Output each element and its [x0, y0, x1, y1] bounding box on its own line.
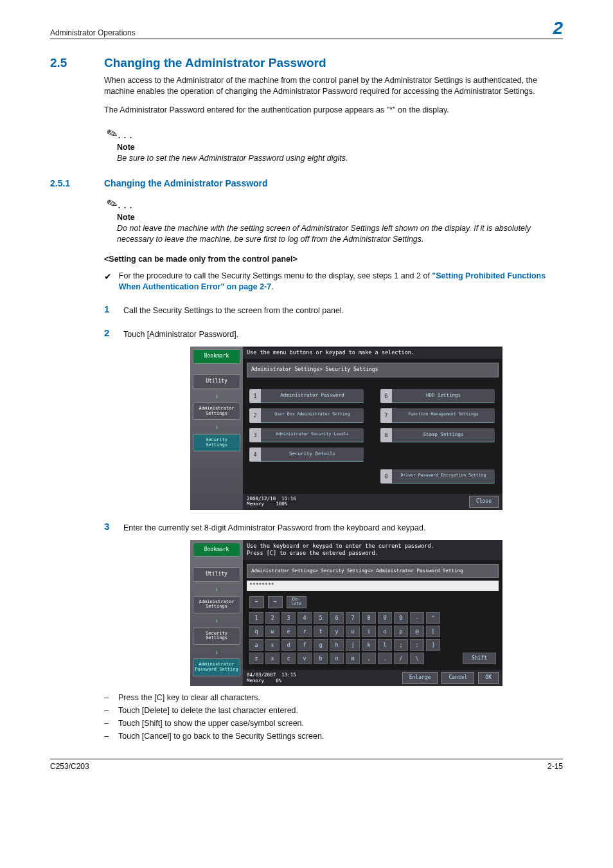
caret-right-button[interactable]: →: [268, 596, 283, 608]
nav-utility[interactable]: Utility: [193, 374, 240, 389]
menu-item-user-box-admin[interactable]: 2User Box Administrator Setting: [249, 408, 364, 422]
keyboard-key[interactable]: j: [346, 639, 360, 651]
shift-key[interactable]: Shift: [463, 653, 496, 664]
keyboard-key[interactable]: 0: [394, 612, 408, 624]
list-item: Touch [Shift] to show the upper case/sym…: [118, 718, 304, 729]
keyboard-key[interactable]: x: [265, 653, 280, 664]
keyboard-key[interactable]: 3: [281, 612, 296, 624]
nav-security-settings[interactable]: Security Settings: [193, 628, 240, 645]
keyboard-key[interactable]: 8: [362, 612, 376, 624]
keyboard-key[interactable]: l: [378, 639, 392, 651]
keyboard-key[interactable]: 7: [346, 612, 360, 624]
note-body: Be sure to set the new Administrator Pas…: [117, 153, 563, 164]
footer-page: 2-15: [547, 762, 563, 771]
bookmark-button[interactable]: Bookmark: [193, 543, 240, 557]
keyboard-key[interactable]: n: [330, 653, 344, 664]
note-body: Do not leave the machine with the settin…: [117, 223, 563, 245]
keyboard-key[interactable]: p: [394, 626, 408, 637]
keyboard-key[interactable]: ;: [394, 639, 408, 651]
keyboard-key[interactable]: 1: [249, 612, 263, 624]
control-panel-screenshot-2: Bookmark Utility ↓ Administrator Setting…: [190, 540, 502, 686]
menu-item-stamp-settings[interactable]: 8Stamp Settings: [380, 428, 495, 442]
setting-scope-heading: <Setting can be made only from the contr…: [104, 254, 563, 265]
keyboard-key[interactable]: a: [249, 639, 263, 651]
keyboard-key[interactable]: i: [362, 626, 376, 637]
dash-icon: –: [104, 718, 118, 729]
delete-button[interactable]: De- lete: [287, 596, 306, 608]
menu-item-hdd-settings[interactable]: 6HDD Settings: [380, 389, 495, 403]
note-block: ✎... Note Do not leave the machine with …: [104, 194, 563, 245]
nav-admin-settings[interactable]: Administrator Settings: [193, 402, 240, 420]
menu-item-security-details[interactable]: 4Security Details: [249, 448, 364, 462]
list-item: Touch [Delete] to delete the last charac…: [118, 705, 298, 716]
menu-item-admin-password[interactable]: 1Administrator Password: [249, 389, 364, 403]
ok-button[interactable]: OK: [478, 672, 499, 684]
keyboard-key[interactable]: 6: [330, 612, 344, 624]
keyboard-key[interactable]: m: [346, 653, 360, 664]
nav-admin-settings[interactable]: Administrator Settings: [193, 596, 240, 613]
step-number: 3: [104, 521, 123, 531]
bookmark-button[interactable]: Bookmark: [193, 349, 240, 364]
keyboard-key[interactable]: [: [426, 626, 440, 637]
keyboard-key[interactable]: 4: [298, 612, 312, 624]
keyboard-key[interactable]: 2: [265, 612, 280, 624]
running-head: Administrator Operations: [50, 28, 136, 37]
keyboard-key[interactable]: 9: [378, 612, 392, 624]
keyboard-key[interactable]: h: [330, 639, 344, 651]
keyboard-key[interactable]: w: [265, 626, 280, 637]
page-header: Administrator Operations 2: [50, 19, 563, 39]
keyboard-key[interactable]: q: [249, 626, 263, 637]
subsection-title: Changing the Administrator Password: [104, 178, 268, 188]
subsection-number: 2.5.1: [50, 178, 104, 188]
menu-item-func-mgmt[interactable]: 7Function Management Settings: [380, 408, 495, 422]
panel-breadcrumb: Administrator Settings> Security Setting…: [247, 363, 499, 377]
nav-admin-pw-setting[interactable]: Administrator Password Setting: [193, 658, 240, 676]
nav-utility[interactable]: Utility: [193, 567, 240, 582]
keyboard-key[interactable]: ^: [426, 612, 440, 624]
keyboard-key[interactable]: u: [346, 626, 360, 637]
check-text: For the procedure to call the Security S…: [119, 271, 563, 293]
subsection-heading: 2.5.1 Changing the Administrator Passwor…: [50, 178, 563, 188]
check-icon: ✔: [104, 271, 119, 293]
keyboard-key[interactable]: b: [314, 653, 328, 664]
keyboard-key[interactable]: -: [410, 612, 424, 624]
password-input[interactable]: ********: [247, 581, 499, 592]
menu-item-admin-sec-levels[interactable]: 3Administrator Security Levels: [249, 428, 364, 442]
close-button[interactable]: Close: [469, 496, 499, 508]
enlarge-button[interactable]: Enlarge: [402, 672, 438, 684]
keyboard-key[interactable]: ]: [426, 639, 440, 651]
keyboard-key[interactable]: :: [410, 639, 424, 651]
keyboard-key[interactable]: o: [378, 626, 392, 637]
arrow-down-icon: ↓: [193, 584, 240, 593]
body-paragraph: The Administrator Password entered for t…: [104, 105, 563, 116]
keyboard-key[interactable]: \: [410, 653, 424, 664]
section-heading: 2.5 Changing the Administrator Password: [50, 56, 563, 70]
keyboard-key[interactable]: k: [362, 639, 376, 651]
panel-sidebar: Bookmark Utility ↓ Administrator Setting…: [190, 347, 243, 510]
keyboard-key[interactable]: s: [265, 639, 280, 651]
caret-left-button[interactable]: ←: [249, 596, 264, 608]
keyboard-key[interactable]: g: [314, 639, 328, 651]
keyboard-key[interactable]: r: [298, 626, 312, 637]
keyboard-key[interactable]: e: [281, 626, 296, 637]
note-block: ✎... Note Be sure to set the new Adminis…: [104, 123, 563, 164]
arrow-down-icon: ↓: [193, 616, 240, 625]
nav-security-settings[interactable]: Security Settings: [193, 434, 240, 451]
keyboard-key[interactable]: f: [298, 639, 312, 651]
keyboard-key[interactable]: /: [394, 653, 408, 664]
keyboard-key[interactable]: v: [298, 653, 312, 664]
dash-icon: –: [104, 705, 118, 716]
keyboard-key[interactable]: c: [281, 653, 296, 664]
keyboard-key[interactable]: z: [249, 653, 263, 664]
keyboard-key[interactable]: d: [281, 639, 296, 651]
keyboard-key[interactable]: .: [378, 653, 392, 664]
keyboard-key[interactable]: @: [410, 626, 424, 637]
panel-instruction: Use the menu buttons or keypad to make a…: [243, 347, 502, 359]
menu-item-driver-pw-enc[interactable]: 0Driver Password Encryption Setting: [380, 469, 495, 484]
keyboard-key[interactable]: y: [330, 626, 344, 637]
cancel-button[interactable]: Cancel: [441, 672, 474, 684]
keyboard-key[interactable]: ,: [362, 653, 376, 664]
keyboard-key[interactable]: 5: [314, 612, 328, 624]
keyboard-key[interactable]: t: [314, 626, 328, 637]
arrow-down-icon: ↓: [193, 422, 240, 431]
